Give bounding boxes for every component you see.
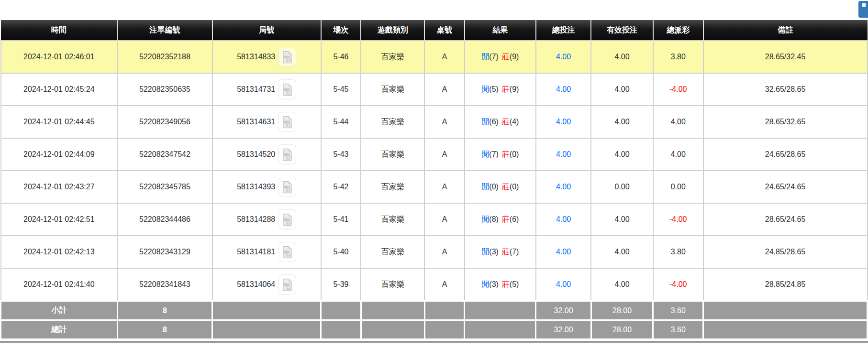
cell-bet-id: 522082347542: [117, 138, 212, 171]
summary-empty-cell: [361, 301, 424, 320]
cell-result: 閒(8)莊(6): [465, 203, 536, 236]
column-header-total-bet: 總投注: [536, 20, 591, 41]
cell-remark: 28.65/32.65: [703, 106, 868, 138]
video-replay-button[interactable]: [278, 177, 296, 197]
video-file-icon: [282, 83, 293, 96]
summary-empty-cell: [424, 301, 465, 320]
cell-bet-id: 522082349056: [117, 106, 212, 138]
table-row[interactable]: 2024-12-01 02:41:40522082341843581314064…: [1, 268, 868, 301]
player-label: 閒: [481, 215, 489, 223]
cell-payout: -4.00: [653, 203, 703, 236]
player-label: 閒: [481, 280, 489, 288]
round-group: 581314288: [215, 209, 319, 229]
cell-total-bet: 4.00: [536, 106, 591, 138]
cell-remark: 28.65/24.65: [703, 203, 868, 236]
table-row[interactable]: 2024-12-01 02:44:09522082347542581314520…: [1, 138, 868, 171]
cell-remark: 24.85/28.65: [703, 236, 868, 268]
cell-round: 581314393: [212, 171, 321, 203]
cell-result: 閒(7)莊(0): [465, 138, 536, 171]
summary-total-bet: 32.00: [536, 320, 591, 339]
table-row[interactable]: 2024-12-01 02:43:27522082345785581314393…: [1, 171, 868, 203]
player-label: 閒: [481, 118, 489, 126]
table-row[interactable]: 2024-12-01 02:42:13522082343129581314181…: [1, 236, 868, 268]
summary-valid-bet: 28.00: [591, 320, 653, 339]
video-file-icon: [282, 181, 293, 194]
summary-empty-cell: [321, 301, 361, 320]
cell-session: 5-40: [321, 236, 361, 268]
video-file-icon: [282, 148, 293, 161]
video-replay-button[interactable]: [278, 242, 296, 262]
banker-label: 莊: [502, 53, 510, 61]
round-number: 581314731: [237, 85, 275, 94]
banker-label: 莊: [502, 85, 510, 93]
cell-game-type: 百家樂: [361, 41, 424, 73]
video-replay-button[interactable]: [278, 112, 296, 132]
cell-round: 581314288: [212, 203, 321, 236]
grand-total-row: 總計832.0028.003.60: [1, 320, 868, 339]
table-row[interactable]: 2024-12-01 02:42:51522082344486581314288…: [1, 203, 868, 236]
banker-score: (7): [510, 248, 519, 256]
cell-result: 閒(5)莊(9): [465, 73, 536, 106]
player-score: (5): [489, 85, 499, 93]
cell-game-type: 百家樂: [361, 171, 424, 203]
player-score: (3): [489, 248, 499, 256]
cell-game-type: 百家樂: [361, 138, 424, 171]
video-replay-button[interactable]: [278, 274, 296, 294]
cell-payout: 3.80: [653, 236, 703, 268]
summary-empty-cell: [212, 301, 321, 320]
cell-bet-id: 522082343129: [117, 236, 212, 268]
table-row[interactable]: 2024-12-01 02:44:45522082349056581314631…: [1, 106, 868, 138]
round-number: 581314288: [237, 215, 275, 224]
cell-table-no: A: [424, 268, 465, 301]
table-row[interactable]: 2024-12-01 02:45:24522082350635581314731…: [1, 73, 868, 106]
cell-time: 2024-12-01 02:42:13: [1, 236, 118, 268]
player-score: (8): [489, 215, 499, 223]
video-file-icon: [282, 116, 293, 129]
cell-game-type: 百家樂: [361, 268, 424, 301]
banker-score: (6): [510, 215, 519, 223]
header-row: 時間注單編號局號場次遊戲類別桌號結果總投注有效投注總派彩備註: [1, 20, 868, 41]
banker-label: 莊: [502, 150, 510, 158]
cell-table-no: A: [424, 41, 465, 73]
round-group: 581314393: [215, 177, 319, 197]
round-number: 581314833: [237, 53, 275, 61]
cell-game-type: 百家樂: [361, 236, 424, 268]
cell-result: 閒(3)莊(5): [465, 268, 536, 301]
summary-empty-cell: [424, 320, 465, 339]
player-score: (3): [489, 280, 499, 288]
video-replay-button[interactable]: [278, 144, 296, 164]
cell-bet-id: 522082352188: [117, 41, 212, 73]
top-right-button[interactable]: [858, 1, 868, 18]
column-header-result: 結果: [465, 20, 536, 41]
cell-payout: -4.00: [653, 268, 703, 301]
cell-round: 581314731: [212, 73, 321, 106]
video-replay-button[interactable]: [278, 209, 296, 229]
cell-valid-bet: 0.00: [591, 171, 653, 203]
cell-result: 閒(7)莊(9): [465, 41, 536, 73]
cell-total-bet: 4.00: [536, 171, 591, 203]
cell-payout: 4.00: [653, 138, 703, 171]
cell-remark: 32.65/28.65: [703, 73, 868, 106]
cell-game-type: 百家樂: [361, 106, 424, 138]
video-replay-button[interactable]: [278, 79, 296, 99]
cell-table-no: A: [424, 106, 465, 138]
cell-result: 閒(0)莊(0): [465, 171, 536, 203]
banker-score: (0): [510, 150, 519, 158]
summary-empty-cell: [212, 320, 321, 339]
cell-table-no: A: [424, 73, 465, 106]
cell-remark: 28.65/32.45: [703, 41, 868, 73]
cell-session: 5-43: [321, 138, 361, 171]
summary-total-bet: 32.00: [536, 301, 591, 320]
column-header-remark: 備註: [703, 20, 868, 41]
banker-label: 莊: [502, 215, 510, 223]
summary-remark-empty: [703, 320, 868, 339]
video-replay-button[interactable]: [278, 47, 296, 67]
column-header-round: 局號: [212, 20, 321, 41]
cell-payout: 4.00: [653, 106, 703, 138]
cell-time: 2024-12-01 02:42:51: [1, 203, 118, 236]
player-score: (6): [489, 118, 499, 126]
cell-round: 581314181: [212, 236, 321, 268]
cell-payout: -4.00: [653, 73, 703, 106]
bet-history-page: 時間注單編號局號場次遊戲類別桌號結果總投注有效投注總派彩備註 2024-12-0…: [0, 0, 868, 349]
table-row-highlighted[interactable]: 2024-12-01 02:46:01522082352188581314833…: [1, 41, 868, 73]
